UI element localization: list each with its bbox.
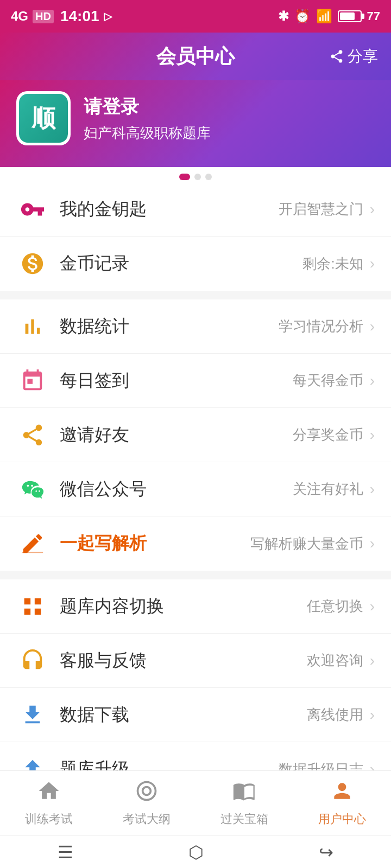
data-download-label: 数据下载: [60, 703, 307, 727]
arrow-icon-10: ›: [370, 706, 375, 724]
header-title: 会员中心: [156, 43, 235, 70]
menu-section-1: 我的金钥匙 开启智慧之门 › 金币记录 剩余:未知 ›: [0, 182, 391, 291]
menu-item-write-analysis[interactable]: 一起写解析 写解析赚大量金币 ›: [0, 516, 391, 571]
calendar-icon: [16, 365, 49, 397]
arrow-icon-6: ›: [370, 481, 375, 498]
android-bar: ☰ ⬡ ↩: [0, 835, 391, 868]
coin-record-label: 金币记录: [60, 252, 302, 276]
login-prompt[interactable]: 请登录: [84, 94, 211, 119]
download-icon: [16, 699, 49, 731]
invite-friends-sub: 分享奖金币: [293, 425, 363, 444]
nav-target-icon: [135, 779, 159, 808]
arrow-icon-2: ›: [370, 255, 375, 272]
nav-outline-label: 考试大纲: [123, 811, 171, 827]
play-indicator: ▷: [104, 10, 112, 23]
status-right: ✱ ⏰ 📶 77: [278, 9, 380, 24]
data-stats-sub: 学习情况分析: [279, 317, 363, 336]
dot-active: [179, 174, 190, 180]
switch-library-sub: 任意切换: [307, 597, 363, 616]
app-icon-inner: 顺: [19, 94, 68, 143]
daily-checkin-sub: 每天得金币: [293, 371, 363, 390]
app-icon: 顺: [16, 91, 71, 145]
menu-item-data-download[interactable]: 数据下载 离线使用 ›: [0, 688, 391, 742]
daily-checkin-label: 每日签到: [60, 369, 293, 393]
menu-item-data-stats[interactable]: 数据统计 学习情况分析 ›: [0, 299, 391, 354]
write-analysis-label: 一起写解析: [60, 532, 250, 556]
data-stats-label: 数据统计: [60, 315, 279, 339]
share-icon: [329, 49, 344, 64]
android-home-button[interactable]: ⬡: [188, 842, 204, 863]
arrow-icon-1: ›: [370, 201, 375, 218]
arrow-icon-5: ›: [370, 426, 375, 444]
nav-item-train[interactable]: 训练考试: [0, 779, 98, 827]
arrow-icon-7: ›: [370, 535, 375, 552]
signal-indicator: 4G: [11, 9, 28, 24]
chart-icon: [16, 310, 49, 343]
share-label: 分享: [348, 46, 378, 67]
wechat-icon: [16, 473, 49, 506]
dot-2: [194, 174, 201, 180]
battery-percent: 77: [367, 9, 380, 23]
menu-section-3: 题库内容切换 任意切换 › 客服与反馈 欢迎咨询 › 数据下载 离线使用 ›: [0, 579, 391, 796]
menu-item-coin-record[interactable]: 金币记录 剩余:未知 ›: [0, 237, 391, 291]
bluetooth-icon: ✱: [278, 9, 289, 24]
nav-treasure-label: 过关宝箱: [220, 811, 268, 827]
nav-item-outline[interactable]: 考试大纲: [98, 779, 195, 827]
hd-indicator: HD: [33, 10, 54, 23]
golden-key-label: 我的金钥匙: [60, 197, 279, 221]
header: 会员中心 分享: [0, 33, 391, 80]
key-icon: [16, 193, 49, 226]
data-download-sub: 离线使用: [307, 705, 363, 724]
service-icon: [16, 644, 49, 677]
menu-section-2: 数据统计 学习情况分析 › 每日签到 每天得金币 › 邀请好友 分享奖金币 ›: [0, 299, 391, 571]
nav-item-treasure[interactable]: 过关宝箱: [195, 779, 293, 827]
arrow-icon-4: ›: [370, 372, 375, 390]
nav-user-icon: [330, 779, 354, 808]
arrow-icon-9: ›: [370, 652, 375, 669]
app-icon-text: 顺: [31, 103, 55, 135]
write-analysis-sub: 写解析赚大量金币: [250, 534, 363, 553]
status-left: 4G HD 14:01 ▷: [11, 8, 112, 25]
invite-icon: [16, 419, 49, 451]
arrow-icon-8: ›: [370, 598, 375, 615]
wifi-icon: 📶: [316, 9, 332, 24]
nav-item-user[interactable]: 用户中心: [293, 779, 391, 827]
profile-section: 顺 请登录 妇产科高级职称题库: [0, 80, 391, 167]
nav-train-label: 训练考试: [25, 811, 73, 827]
switch-library-label: 题库内容切换: [60, 595, 307, 618]
nav-book-icon: [232, 779, 256, 808]
customer-service-label: 客服与反馈: [60, 649, 307, 673]
menu-item-invite-friends[interactable]: 邀请好友 分享奖金币 ›: [0, 408, 391, 462]
coin-record-sub: 剩余:未知: [302, 254, 363, 273]
android-back-button[interactable]: ↩: [319, 842, 333, 863]
invite-friends-label: 邀请好友: [60, 423, 293, 447]
alarm-icon: ⏰: [294, 9, 311, 24]
app-name: 妇产科高级职称题库: [84, 124, 211, 143]
profile-info[interactable]: 请登录 妇产科高级职称题库: [84, 94, 211, 143]
nav-home-icon: [37, 779, 61, 808]
menu-item-golden-key[interactable]: 我的金钥匙 开启智慧之门 ›: [0, 182, 391, 237]
menu-item-customer-service[interactable]: 客服与反馈 欢迎咨询 ›: [0, 634, 391, 688]
nav-user-label: 用户中心: [318, 811, 366, 827]
grid-icon: [16, 590, 49, 623]
coin-icon: [16, 247, 49, 280]
arrow-icon-3: ›: [370, 318, 375, 335]
time-display: 14:01: [60, 8, 99, 25]
menu-item-daily-checkin[interactable]: 每日签到 每天得金币 ›: [0, 354, 391, 408]
wechat-sub: 关注有好礼: [293, 480, 363, 499]
menu-item-wechat[interactable]: 微信公众号 关注有好礼 ›: [0, 462, 391, 516]
battery-indicator: [338, 10, 362, 22]
android-menu-button[interactable]: ☰: [58, 842, 73, 863]
dot-3: [205, 174, 212, 180]
golden-key-sub: 开启智慧之门: [279, 200, 363, 219]
customer-service-sub: 欢迎咨询: [307, 651, 363, 670]
share-button[interactable]: 分享: [329, 46, 378, 67]
edit-icon: [16, 527, 49, 560]
wechat-label: 微信公众号: [60, 477, 293, 501]
menu-item-switch-library[interactable]: 题库内容切换 任意切换 ›: [0, 579, 391, 634]
bottom-nav: 训练考试 考试大纲 过关宝箱 用户中心: [0, 770, 391, 835]
scroll-dots: [0, 167, 391, 182]
status-bar: 4G HD 14:01 ▷ ✱ ⏰ 📶 77: [0, 0, 391, 33]
